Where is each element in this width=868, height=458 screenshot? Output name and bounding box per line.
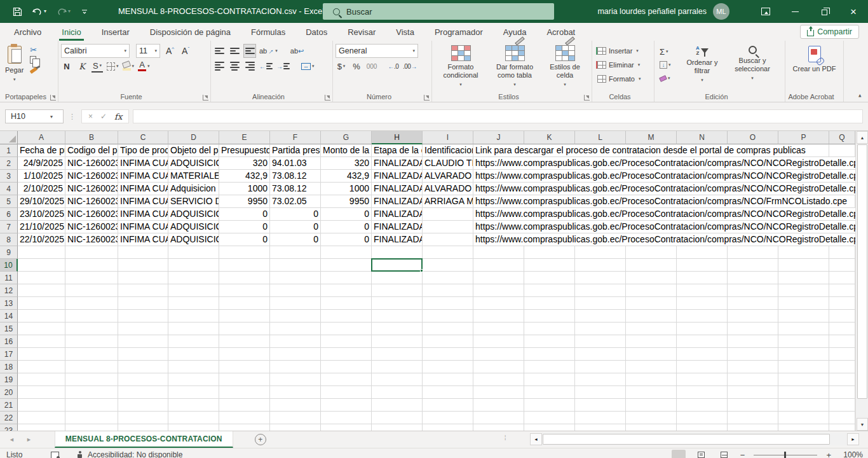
- horizontal-scrollbar[interactable]: ◄ ►: [530, 433, 859, 445]
- vertical-scrollbar[interactable]: ▲ ▼: [855, 131, 868, 431]
- cell-J12[interactable]: [473, 284, 524, 297]
- cell-I21[interactable]: [423, 399, 473, 412]
- cell-J2[interactable]: https://www.compraspublicas.gob.ec/Proce…: [473, 157, 524, 170]
- close-button[interactable]: ×: [839, 0, 868, 23]
- cell-L14[interactable]: [575, 310, 626, 323]
- cell-M21[interactable]: [626, 399, 677, 412]
- decrease-decimal-button[interactable]: .00→: [403, 60, 417, 73]
- cell-H6[interactable]: FINALIZADA: [372, 208, 423, 221]
- column-header-J[interactable]: J: [473, 131, 524, 144]
- cell-D18[interactable]: [168, 361, 219, 373]
- cell-E7[interactable]: 0: [219, 221, 270, 233]
- cell-E6[interactable]: 0: [219, 208, 270, 221]
- row-header-8[interactable]: 8: [0, 233, 18, 246]
- cell-I8[interactable]: [423, 233, 473, 246]
- cell-H11[interactable]: [372, 272, 423, 284]
- cell-H12[interactable]: [372, 284, 423, 297]
- column-header-P[interactable]: P: [778, 131, 829, 144]
- cell-F15[interactable]: [270, 323, 321, 335]
- currency-button[interactable]: $: [336, 60, 347, 73]
- cell-L15[interactable]: [575, 323, 626, 335]
- cell-L11[interactable]: [575, 272, 626, 284]
- cell-L22[interactable]: [575, 412, 626, 424]
- cell-F20[interactable]: [270, 386, 321, 399]
- cell-Q21[interactable]: [829, 399, 855, 412]
- cell-E11[interactable]: [219, 272, 270, 284]
- account-area[interactable]: maria lourdes peñafiel parrales ML: [597, 0, 729, 23]
- cell-P21[interactable]: [778, 399, 829, 412]
- cell-K14[interactable]: [524, 310, 575, 323]
- tab-inicio[interactable]: Inicio: [51, 23, 91, 41]
- cell-L21[interactable]: [575, 399, 626, 412]
- cell-E1[interactable]: Presupuesto: [219, 144, 270, 157]
- cell-M17[interactable]: [626, 348, 677, 361]
- cell-C5[interactable]: INFIMA CUANTIA: [118, 195, 168, 208]
- cell-J17[interactable]: [473, 348, 524, 361]
- cell-F4[interactable]: 73.08.12: [270, 183, 321, 195]
- format-painter-icon[interactable]: [30, 67, 38, 74]
- save-icon[interactable]: [13, 7, 22, 17]
- cell-C3[interactable]: INFIMA CUANTIA: [118, 170, 168, 183]
- cell-O15[interactable]: [728, 323, 778, 335]
- cell-E20[interactable]: [219, 386, 270, 399]
- cell-B11[interactable]: [65, 272, 118, 284]
- align-bottom-button[interactable]: [244, 45, 255, 57]
- row-header-10[interactable]: 10: [0, 259, 18, 272]
- cell-Q9[interactable]: [829, 246, 855, 259]
- cell-L19[interactable]: [575, 373, 626, 386]
- avatar[interactable]: ML: [713, 3, 729, 20]
- row-header-23[interactable]: 23: [0, 424, 18, 431]
- cell-H3[interactable]: FINALIZADA: [372, 170, 423, 183]
- cell-A9[interactable]: [18, 246, 65, 259]
- cell-E22[interactable]: [219, 412, 270, 424]
- cell-D13[interactable]: [168, 297, 219, 310]
- tab-disposici-n-de-p-gina[interactable]: Disposición de página: [140, 23, 241, 41]
- cell-A1[interactable]: Fecha de publicacion: [18, 144, 65, 157]
- cell-F9[interactable]: [270, 246, 321, 259]
- cell-E10[interactable]: [219, 259, 270, 272]
- thousands-button[interactable]: 000: [366, 60, 377, 73]
- cell-H18[interactable]: [372, 361, 423, 373]
- cell-C21[interactable]: [118, 399, 168, 412]
- scroll-down-icon[interactable]: ▼: [857, 418, 868, 431]
- cell-C11[interactable]: [118, 272, 168, 284]
- cell-K20[interactable]: [524, 386, 575, 399]
- cell-M12[interactable]: [626, 284, 677, 297]
- cell-N15[interactable]: [677, 323, 728, 335]
- cell-N22[interactable]: [677, 412, 728, 424]
- cell-A4[interactable]: 2/10/2025: [18, 183, 65, 195]
- formula-input[interactable]: [133, 109, 863, 123]
- wrap-text-button[interactable]: ab↩: [290, 45, 304, 57]
- cell-J11[interactable]: [473, 272, 524, 284]
- cell-C9[interactable]: [118, 246, 168, 259]
- cell-K19[interactable]: [524, 373, 575, 386]
- cell-Q23[interactable]: [829, 424, 855, 431]
- cell-G15[interactable]: [321, 323, 372, 335]
- tab-acrobat[interactable]: Acrobat: [536, 23, 585, 41]
- fill-handle[interactable]: [420, 269, 423, 272]
- cell-D3[interactable]: MATERIALES: [168, 170, 219, 183]
- cell-C10[interactable]: [118, 259, 168, 272]
- confirm-entry-icon[interactable]: ✓: [100, 112, 107, 121]
- tab-archivo[interactable]: Archivo: [4, 23, 51, 41]
- cell-B17[interactable]: [65, 348, 118, 361]
- cell-P13[interactable]: [778, 297, 829, 310]
- cell-L23[interactable]: [575, 424, 626, 431]
- cell-M10[interactable]: [626, 259, 677, 272]
- cell-G22[interactable]: [321, 412, 372, 424]
- cell-K13[interactable]: [524, 297, 575, 310]
- cell-I19[interactable]: [423, 373, 473, 386]
- cell-F14[interactable]: [270, 310, 321, 323]
- align-top-button[interactable]: [214, 45, 225, 57]
- cell-D12[interactable]: [168, 284, 219, 297]
- tab-programador[interactable]: Programador: [424, 23, 493, 41]
- cell-G6[interactable]: 0: [321, 208, 372, 221]
- cell-O21[interactable]: [728, 399, 778, 412]
- cell-F12[interactable]: [270, 284, 321, 297]
- cell-N14[interactable]: [677, 310, 728, 323]
- cell-P10[interactable]: [778, 259, 829, 272]
- cell-B19[interactable]: [65, 373, 118, 386]
- cell-J23[interactable]: [473, 424, 524, 431]
- cell-I10[interactable]: [423, 259, 473, 272]
- alignment-dialog-launcher-icon[interactable]: [325, 95, 330, 101]
